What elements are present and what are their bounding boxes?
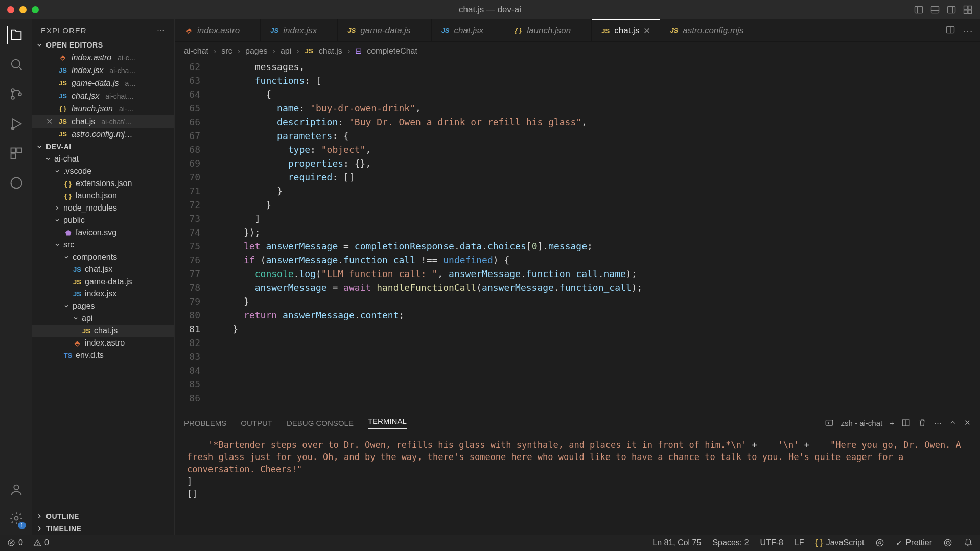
open-editor-item[interactable]: ✕JSastro.config.mj… [32, 128, 174, 141]
tree-file[interactable]: { }extensions.json [32, 177, 174, 190]
status-cursor-position[interactable]: Ln 81, Col 75 [652, 538, 701, 547]
tree-file[interactable]: { }launch.json [32, 190, 174, 202]
status-feedback-icon[interactable] [943, 538, 952, 547]
new-terminal-icon[interactable]: + [890, 419, 894, 427]
source-control-activity[interactable] [7, 85, 25, 103]
open-editor-item[interactable]: ✕⬘index.astroai-c… [32, 51, 174, 64]
accounts-activity[interactable] [7, 480, 25, 499]
tree-folder[interactable]: pages [32, 300, 174, 312]
open-editor-item[interactable]: ✕JSindex.jsxai-cha… [32, 64, 174, 77]
breadcrumb-item[interactable]: completeChat [367, 47, 417, 56]
code-line[interactable]: return answerMessage.content; [211, 308, 980, 322]
breadcrumb-item[interactable]: chat.js [319, 47, 342, 56]
code-line[interactable]: { [211, 87, 980, 101]
code-line[interactable]: console.log("LLM function call: ", answe… [211, 267, 980, 281]
open-editor-item[interactable]: ✕JSchat.jsxai-chat… [32, 89, 174, 102]
tree-folder[interactable]: .vscode [32, 165, 174, 177]
tree-file[interactable]: ⬟favicon.svg [32, 226, 174, 239]
panel-tab-output[interactable]: OUTPUT [241, 419, 272, 427]
tree-folder[interactable]: ai-chat [32, 153, 174, 165]
tree-folder[interactable]: node_modules [32, 202, 174, 214]
code-line[interactable]: functions: [ [211, 74, 980, 87]
project-header[interactable]: DEV-AI [32, 141, 174, 153]
status-bell-icon[interactable] [964, 538, 973, 547]
toggle-secondary-sidebar-icon[interactable] [946, 5, 956, 15]
open-editor-item[interactable]: ✕{ }launch.jsonai-… [32, 102, 174, 115]
terminal-launch-profile-icon[interactable] [825, 418, 834, 427]
edge-tools-activity[interactable] [7, 174, 25, 192]
panel-more-icon[interactable]: ⋯ [934, 418, 942, 427]
extensions-activity[interactable] [7, 144, 25, 163]
status-indentation[interactable]: Spaces: 2 [712, 538, 749, 547]
editor-tab[interactable]: JSastro.config.mjs✕ [660, 19, 764, 41]
code-line[interactable]: } [211, 294, 980, 308]
editor-tab[interactable]: JSchat.js✕ [592, 19, 660, 41]
outline-header[interactable]: OUTLINE [32, 510, 174, 522]
breadcrumb-item[interactable]: ai-chat [184, 47, 208, 56]
status-prettier[interactable]: ✓Prettier [896, 538, 932, 548]
code-line[interactable]: parameters: { [211, 129, 980, 143]
tree-folder[interactable]: components [32, 251, 174, 263]
settings-activity[interactable]: 1 [7, 509, 25, 527]
tree-file[interactable]: JSgame-data.js [32, 276, 174, 288]
terminal-output[interactable]: '*Bartender steps over to Dr. Owen, refi… [175, 433, 980, 535]
editor-tab[interactable]: JSchat.jsx✕ [432, 19, 505, 41]
tree-file[interactable]: JSchat.jsx [32, 263, 174, 276]
code-line[interactable]: type: "object", [211, 143, 980, 156]
breadcrumb-item[interactable]: pages [245, 47, 268, 56]
breadcrumb-item[interactable]: src [221, 47, 232, 56]
minimize-window-button[interactable] [19, 6, 27, 13]
close-editor-icon[interactable]: ✕ [46, 117, 54, 126]
code-line[interactable]: ] [211, 212, 980, 225]
breadcrumb-item[interactable]: api [281, 47, 291, 56]
close-panel-icon[interactable]: ✕ [964, 418, 971, 427]
open-editors-header[interactable]: OPEN EDITORS [32, 39, 174, 51]
status-eol[interactable]: LF [795, 538, 804, 547]
tree-file[interactable]: JSindex.jsx [32, 288, 174, 300]
code-editor[interactable]: 6263646566676869707172737475767778798081… [175, 60, 980, 412]
editor-more-icon[interactable]: ⋯ [963, 25, 973, 37]
status-language[interactable]: { } JavaScript [815, 538, 865, 547]
maximize-window-button[interactable] [32, 6, 39, 13]
tree-folder[interactable]: api [32, 312, 174, 325]
toggle-primary-sidebar-icon[interactable] [914, 5, 924, 15]
tree-folder[interactable]: public [32, 214, 174, 226]
code-line[interactable]: answerMessage = await handleFunctionCall… [211, 281, 980, 294]
split-editor-icon[interactable] [945, 25, 955, 35]
terminal-shell-label[interactable]: zsh - ai-chat [841, 419, 883, 427]
code-line[interactable]: required: [] [211, 170, 980, 184]
code-line[interactable]: properties: {}, [211, 156, 980, 170]
tree-file[interactable]: JSchat.js [32, 325, 174, 337]
explorer-activity[interactable] [7, 26, 25, 44]
kill-terminal-icon[interactable] [918, 418, 927, 427]
tree-folder[interactable]: src [32, 239, 174, 251]
split-terminal-icon[interactable] [901, 418, 911, 427]
code-line[interactable]: description: "Buy Dr. Owen a drink or re… [211, 115, 980, 129]
panel-tab-problems[interactable]: PROBLEMS [184, 419, 226, 427]
code-line[interactable]: messages, [211, 60, 980, 74]
code-line[interactable]: } [211, 322, 980, 336]
open-editor-item[interactable]: ✕JSgame-data.jsa… [32, 77, 174, 89]
editor-tab[interactable]: ⬘index.astro✕ [175, 19, 261, 41]
status-warnings[interactable]: 0 [33, 538, 49, 547]
breadcrumb[interactable]: ai-chat›src›pages›api›JSchat.js›⊟complet… [175, 42, 980, 60]
customize-layout-icon[interactable] [963, 5, 973, 15]
status-live-share-icon[interactable] [875, 538, 884, 547]
close-window-button[interactable] [7, 6, 14, 13]
code-line[interactable]: if (answerMessage.function_call !== unde… [211, 253, 980, 267]
panel-tab-debug-console[interactable]: DEBUG CONSOLE [287, 419, 354, 427]
code-line[interactable]: } [211, 184, 980, 198]
search-activity[interactable] [7, 55, 25, 74]
run-debug-activity[interactable] [7, 114, 25, 133]
tree-file[interactable]: ⬘index.astro [32, 337, 174, 349]
timeline-header[interactable]: TIMELINE [32, 522, 174, 535]
panel-tab-terminal[interactable]: TERMINAL [368, 417, 407, 429]
sidebar-more-icon[interactable]: ⋯ [157, 26, 165, 35]
code-line[interactable]: name: "buy-dr-owen-drink", [211, 101, 980, 115]
editor-tab[interactable]: JSindex.jsx✕ [261, 19, 338, 41]
status-encoding[interactable]: UTF-8 [760, 538, 783, 547]
editor-tab[interactable]: JSgame-data.js✕ [338, 19, 431, 41]
maximize-panel-icon[interactable] [949, 419, 957, 427]
code-line[interactable]: let answerMessage = completionResponse.d… [211, 239, 980, 253]
editor-tab[interactable]: { }launch.json✕ [504, 19, 592, 41]
